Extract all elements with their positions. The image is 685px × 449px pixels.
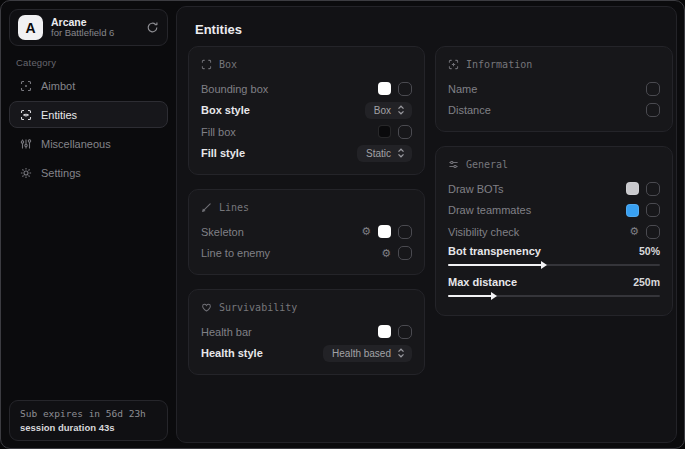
sidebar-item-label: Entities — [41, 109, 77, 121]
setting-row-line-to-enemy: Line to enemy ⚙ — [201, 243, 412, 265]
line-to-enemy-checkbox[interactable] — [398, 246, 412, 260]
distance-checkbox[interactable] — [646, 103, 660, 117]
health-bar-checkbox[interactable] — [398, 325, 412, 339]
info-scan-icon — [448, 59, 459, 70]
gear-icon[interactable]: ⚙ — [361, 226, 371, 237]
session-duration-text: session duration 43s — [20, 422, 157, 433]
app-logo: A — [18, 15, 43, 40]
setting-row-skeleton: Skeleton ⚙ — [201, 221, 412, 243]
general-sliders-icon — [448, 159, 459, 170]
setting-row-visibility-check: Visibility check ⚙ — [448, 221, 660, 243]
heart-icon — [201, 302, 212, 313]
gear-icon — [19, 167, 32, 179]
visibility-check-checkbox[interactable] — [646, 225, 660, 239]
pencil-line-icon — [201, 202, 212, 213]
setting-row-fill-style: Fill style Static — [201, 143, 412, 165]
sidebar: A Arcane for Battlefield 6 Category — [1, 1, 176, 448]
gear-icon[interactable]: ⚙ — [629, 226, 639, 237]
sidebar-item-label: Miscellaneous — [41, 138, 111, 150]
box-icon — [201, 59, 212, 70]
chevron-up-down-icon — [397, 105, 405, 115]
max-distance-slider[interactable] — [448, 292, 660, 300]
bounding-box-checkbox[interactable] — [398, 82, 412, 96]
setting-row-bounding-box: Bounding box — [201, 78, 412, 100]
name-checkbox[interactable] — [646, 82, 660, 96]
color-swatch[interactable] — [626, 182, 639, 195]
box-style-select[interactable]: Box — [365, 102, 412, 119]
color-swatch[interactable] — [378, 125, 391, 138]
sidebar-nav: Aimbot Entities — [9, 72, 168, 188]
setting-row-box-style: Box style Box — [201, 100, 412, 122]
sidebar-item-label: Aimbot — [41, 80, 75, 92]
sidebar-item-label: Settings — [41, 167, 81, 179]
color-swatch[interactable] — [626, 204, 639, 217]
right-column: Information Name Distance — [435, 46, 673, 330]
slider-value: 250m — [633, 276, 660, 288]
sync-icon[interactable] — [146, 21, 159, 34]
entities-icon — [19, 109, 32, 121]
page-title: Entities — [195, 22, 242, 37]
fill-style-select[interactable]: Static — [357, 145, 412, 162]
card-title: General — [466, 159, 508, 170]
setting-row-draw-bots: Draw BOTs — [448, 178, 660, 200]
main-panel: Entities Box Bounding box — [176, 6, 677, 443]
setting-row-draw-teammates: Draw teammates — [448, 200, 660, 222]
slider-thumb[interactable] — [491, 292, 497, 300]
color-swatch[interactable] — [378, 325, 391, 338]
subscription-card: Sub expires in 56d 23h session duration … — [9, 400, 168, 441]
draw-bots-checkbox[interactable] — [646, 182, 660, 196]
setting-row-bot-transparency: Bot transpenency 50% — [448, 243, 660, 260]
setting-row-distance: Distance — [448, 100, 660, 122]
setting-row-health-bar: Health bar — [201, 321, 412, 343]
health-style-select[interactable]: Health based — [323, 345, 412, 362]
sliders-icon — [19, 138, 32, 150]
app-subtitle: for Battlefield 6 — [51, 28, 138, 39]
color-swatch[interactable] — [378, 225, 391, 238]
setting-row-fill-box: Fill box — [201, 121, 412, 143]
category-label: Category — [16, 57, 56, 68]
skeleton-checkbox[interactable] — [398, 225, 412, 239]
app-window: A Arcane for Battlefield 6 Category — [0, 0, 685, 449]
sidebar-item-entities[interactable]: Entities — [9, 101, 168, 128]
box-card: Box Bounding box Box style Box — [188, 46, 425, 175]
information-card: Information Name Distance — [435, 46, 673, 132]
color-swatch[interactable] — [378, 82, 391, 95]
sidebar-item-aimbot[interactable]: Aimbot — [9, 72, 168, 99]
chevron-up-down-icon — [397, 148, 405, 158]
fill-box-checkbox[interactable] — [398, 125, 412, 139]
gear-icon[interactable]: ⚙ — [381, 248, 391, 259]
setting-row-name: Name — [448, 78, 660, 100]
slider-value: 50% — [639, 245, 660, 257]
card-title: Information — [466, 59, 532, 70]
lines-card: Lines Skeleton ⚙ Line to enemy ⚙ — [188, 189, 425, 275]
bot-transparency-slider[interactable] — [448, 261, 660, 269]
setting-row-health-style: Health style Health based — [201, 343, 412, 365]
slider-thumb[interactable] — [541, 261, 547, 269]
sub-expiry-text: Sub expires in 56d 23h — [20, 408, 157, 419]
card-title: Survivability — [219, 302, 297, 313]
draw-teammates-checkbox[interactable] — [646, 203, 660, 217]
crosshair-icon — [19, 80, 32, 92]
left-column: Box Bounding box Box style Box — [188, 46, 425, 389]
card-title: Box — [219, 59, 237, 70]
sidebar-item-miscellaneous[interactable]: Miscellaneous — [9, 130, 168, 157]
card-title: Lines — [219, 202, 249, 213]
survivability-card: Survivability Health bar Health style He… — [188, 289, 425, 375]
chevron-up-down-icon — [397, 348, 405, 358]
setting-row-max-distance: Max distance 250m — [448, 274, 660, 291]
general-card: General Draw BOTs Draw teammates — [435, 146, 673, 316]
sidebar-item-settings[interactable]: Settings — [9, 159, 168, 186]
app-header-card: A Arcane for Battlefield 6 — [9, 9, 168, 46]
